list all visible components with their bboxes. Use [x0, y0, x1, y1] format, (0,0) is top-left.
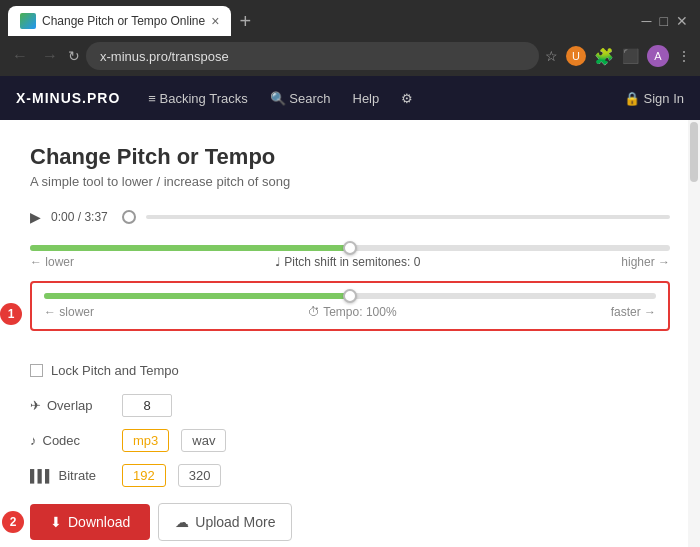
pitch-label-left: ← lower — [30, 255, 74, 269]
upload-label: Upload More — [195, 514, 275, 530]
forward-button[interactable]: → — [38, 45, 62, 67]
tempo-label-right: faster → — [611, 305, 656, 319]
back-button[interactable]: ← — [8, 45, 32, 67]
upload-icon: ☁ — [175, 514, 189, 530]
overlap-icon: ✈ — [30, 398, 41, 413]
tempo-slider-fill — [44, 293, 350, 299]
tab-close-icon[interactable]: × — [211, 14, 219, 28]
nav-item-settings[interactable]: ⚙ — [393, 87, 421, 110]
time-total: 3:37 — [84, 210, 107, 224]
sign-in-button[interactable]: 🔒 Sign In — [624, 91, 684, 106]
menu-icon[interactable]: ⋮ — [677, 48, 692, 64]
play-button[interactable]: ▶ — [30, 209, 41, 225]
address-icons: ☆ U 🧩 ⬛ A ⋮ — [545, 45, 692, 67]
pitch-label-right: higher → — [621, 255, 670, 269]
nav-items: ≡ Backing Tracks 🔍 Search Help ⚙ — [140, 87, 421, 110]
overlap-input[interactable] — [122, 394, 172, 417]
time-current: 0:00 — [51, 210, 74, 224]
pitch-label-center: ♩ Pitch shift in semitones: 0 — [275, 255, 420, 269]
maximize-icon[interactable]: □ — [660, 13, 668, 29]
time-display: 0:00 / 3:37 — [51, 210, 108, 224]
codec-mp3-button[interactable]: mp3 — [122, 429, 169, 452]
download-badge: 2 — [2, 511, 24, 533]
page-title: Change Pitch or Tempo — [30, 144, 670, 170]
refresh-button[interactable]: ↻ — [68, 48, 80, 64]
lock-checkbox[interactable] — [30, 364, 43, 377]
active-tab[interactable]: Change Pitch or Tempo Online × — [8, 6, 231, 36]
lock-row: Lock Pitch and Tempo — [30, 363, 670, 378]
pitch-slider-fill — [30, 245, 350, 251]
bookmark-icon[interactable]: ☆ — [545, 48, 558, 64]
bitrate-row: ▌▌▌ Bitrate 192 320 — [30, 464, 670, 487]
tempo-slider-track[interactable] — [44, 293, 656, 299]
profile-icon[interactable]: U — [566, 46, 586, 66]
sign-in-label: Sign In — [644, 91, 684, 106]
close-icon[interactable]: ✕ — [676, 13, 688, 29]
site-nav: X-MINUS.PRO ≡ Backing Tracks 🔍 Search He… — [0, 76, 700, 120]
action-bar: 2 ⬇ Download ☁ Upload More — [30, 503, 670, 541]
tab-favicon — [20, 13, 36, 29]
pitch-slider-track[interactable] — [30, 245, 670, 251]
pitch-slider-thumb[interactable] — [343, 241, 357, 255]
download-button[interactable]: ⬇ Download — [30, 504, 150, 540]
tempo-label-center: ⏱ Tempo: 100% — [308, 305, 397, 319]
address-bar[interactable] — [86, 42, 539, 70]
tempo-slider-labels: ← slower ⏱ Tempo: 100% faster → — [44, 305, 656, 319]
bitrate-192-button[interactable]: 192 — [122, 464, 166, 487]
tempo-slider-thumb[interactable] — [343, 289, 357, 303]
bitrate-icon: ▌▌▌ — [30, 469, 53, 483]
main-content: Change Pitch or Tempo A simple tool to l… — [0, 120, 700, 547]
scrollbar[interactable] — [688, 120, 700, 547]
nav-item-backing-tracks[interactable]: ≡ Backing Tracks — [140, 87, 255, 110]
overlap-label: ✈ Overlap — [30, 398, 110, 413]
site-logo[interactable]: X-MINUS.PRO — [16, 90, 120, 106]
pitch-slider-section: ← lower ♩ Pitch shift in semitones: 0 hi… — [30, 245, 670, 269]
codec-wav-button[interactable]: wav — [181, 429, 226, 452]
new-tab-button[interactable]: + — [239, 11, 251, 31]
tempo-label-left: ← slower — [44, 305, 94, 319]
codec-label: ♪ Codec — [30, 433, 110, 448]
upload-button[interactable]: ☁ Upload More — [158, 503, 292, 541]
download-label: Download — [68, 514, 130, 530]
lock-label: Lock Pitch and Tempo — [51, 363, 179, 378]
overlap-row: ✈ Overlap — [30, 394, 670, 417]
audio-progress-bar[interactable] — [146, 215, 670, 219]
download-icon: ⬇ — [50, 514, 62, 530]
cast-icon[interactable]: ⬛ — [622, 48, 639, 64]
codec-row: ♪ Codec mp3 wav — [30, 429, 670, 452]
tab-title: Change Pitch or Tempo Online — [42, 14, 205, 28]
tempo-badge: 1 — [0, 303, 22, 325]
nav-item-help[interactable]: Help — [345, 87, 388, 110]
nav-item-search[interactable]: 🔍 Search — [262, 87, 339, 110]
audio-circle — [122, 210, 136, 224]
minimize-icon[interactable]: ─ — [642, 13, 652, 29]
audio-player: ▶ 0:00 / 3:37 — [30, 209, 670, 225]
avatar-icon[interactable]: A — [647, 45, 669, 67]
extensions-icon[interactable]: 🧩 — [594, 47, 614, 66]
lock-icon: 🔒 — [624, 91, 640, 106]
scrollbar-thumb[interactable] — [690, 122, 698, 182]
bitrate-label: ▌▌▌ Bitrate — [30, 468, 110, 483]
codec-icon: ♪ — [30, 433, 37, 448]
page-subtitle: A simple tool to lower / increase pitch … — [30, 174, 670, 189]
pitch-slider-labels: ← lower ♩ Pitch shift in semitones: 0 hi… — [30, 255, 670, 269]
bitrate-320-button[interactable]: 320 — [178, 464, 222, 487]
tempo-slider-section: ← slower ⏱ Tempo: 100% faster → — [30, 281, 670, 331]
